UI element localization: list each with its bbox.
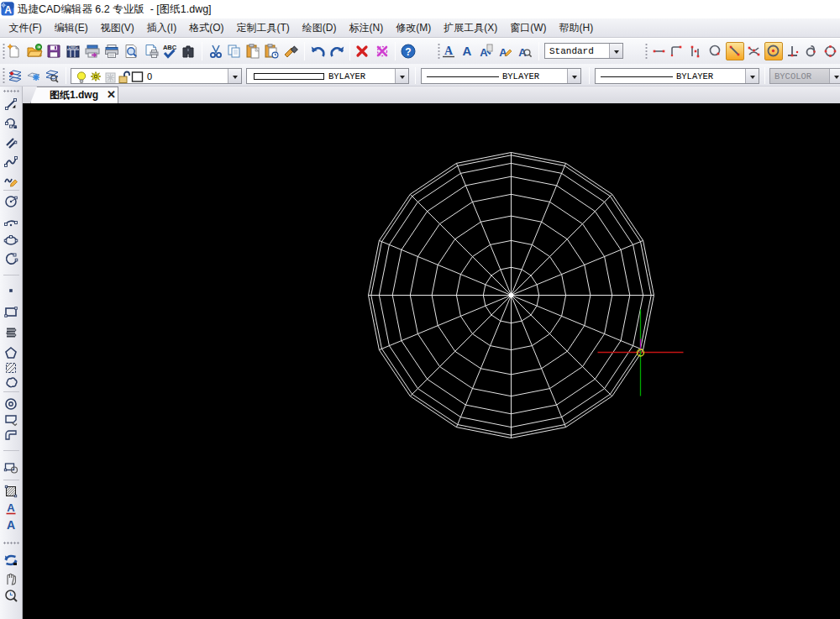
svg-text:?: ? <box>405 46 411 58</box>
svg-text:A: A <box>499 46 507 59</box>
svg-text:A: A <box>463 44 472 58</box>
svg-text:DWG: DWG <box>69 45 78 50</box>
svg-text:A: A <box>7 501 15 514</box>
svg-text:A: A <box>444 45 454 57</box>
svg-text:ABC: ABC <box>163 44 177 51</box>
svg-text:A: A <box>4 4 12 16</box>
svg-text:A: A <box>518 46 527 59</box>
svg-text:A: A <box>7 518 15 532</box>
